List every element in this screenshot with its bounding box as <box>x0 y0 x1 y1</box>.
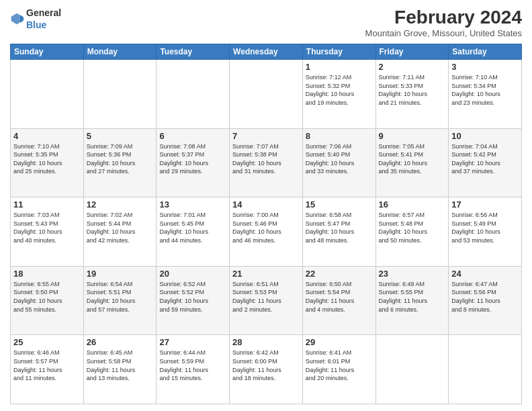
calendar-cell: 11Sunrise: 7:03 AM Sunset: 5:43 PM Dayli… <box>11 197 84 267</box>
day-number: 24 <box>451 269 519 279</box>
day-info: Sunrise: 7:06 AM Sunset: 5:40 PM Dayligh… <box>306 142 373 176</box>
day-info: Sunrise: 6:47 AM Sunset: 5:56 PM Dayligh… <box>451 280 519 314</box>
day-info: Sunrise: 7:02 AM Sunset: 5:44 PM Dayligh… <box>87 211 154 244</box>
day-number: 15 <box>306 199 373 210</box>
day-number: 4 <box>13 131 81 141</box>
day-info: Sunrise: 6:51 AM Sunset: 5:53 PM Dayligh… <box>232 280 300 314</box>
day-number: 6 <box>159 131 226 141</box>
calendar-cell: 20Sunrise: 6:52 AM Sunset: 5:52 PM Dayli… <box>157 266 230 335</box>
day-info: Sunrise: 6:42 AM Sunset: 6:00 PM Dayligh… <box>232 349 300 382</box>
svg-marker-1 <box>20 15 24 23</box>
day-info: Sunrise: 7:00 AM Sunset: 5:46 PM Dayligh… <box>232 211 300 244</box>
calendar-row-3: 18Sunrise: 6:55 AM Sunset: 5:50 PM Dayli… <box>11 266 522 335</box>
day-number: 7 <box>232 131 300 141</box>
day-info: Sunrise: 7:09 AM Sunset: 5:36 PM Dayligh… <box>87 142 154 176</box>
calendar-cell <box>157 60 230 129</box>
day-number: 25 <box>13 337 81 347</box>
calendar-cell: 15Sunrise: 6:58 AM Sunset: 5:47 PM Dayli… <box>302 197 375 267</box>
day-number: 22 <box>306 269 373 279</box>
day-number: 14 <box>232 199 300 210</box>
calendar-cell: 23Sunrise: 6:49 AM Sunset: 5:55 PM Dayli… <box>375 266 449 335</box>
calendar-cell <box>449 335 522 404</box>
day-info: Sunrise: 7:03 AM Sunset: 5:43 PM Dayligh… <box>13 211 81 244</box>
day-number: 29 <box>306 337 373 347</box>
day-info: Sunrise: 6:52 AM Sunset: 5:52 PM Dayligh… <box>159 280 226 314</box>
day-number: 3 <box>451 62 519 72</box>
calendar-cell: 7Sunrise: 7:07 AM Sunset: 5:38 PM Daylig… <box>230 128 303 197</box>
calendar-row-0: 1Sunrise: 7:12 AM Sunset: 5:32 PM Daylig… <box>11 60 522 129</box>
day-info: Sunrise: 6:56 AM Sunset: 5:49 PM Dayligh… <box>451 211 519 244</box>
day-info: Sunrise: 6:44 AM Sunset: 5:59 PM Dayligh… <box>159 349 226 382</box>
day-info: Sunrise: 6:41 AM Sunset: 6:01 PM Dayligh… <box>306 349 373 382</box>
day-info: Sunrise: 6:45 AM Sunset: 5:58 PM Dayligh… <box>87 349 154 382</box>
logo-icon <box>10 12 24 26</box>
day-info: Sunrise: 7:11 AM Sunset: 5:33 PM Dayligh… <box>379 73 446 107</box>
logo-text: General Blue <box>26 7 61 31</box>
header-area: General Blue February 2024 Mountain Grov… <box>10 7 522 38</box>
day-info: Sunrise: 7:01 AM Sunset: 5:45 PM Dayligh… <box>159 211 226 244</box>
calendar-row-1: 4Sunrise: 7:10 AM Sunset: 5:35 PM Daylig… <box>11 128 522 197</box>
day-info: Sunrise: 6:50 AM Sunset: 5:54 PM Dayligh… <box>306 280 373 314</box>
day-number: 20 <box>159 269 226 279</box>
calendar-cell <box>230 60 303 129</box>
calendar-cell: 25Sunrise: 6:46 AM Sunset: 5:57 PM Dayli… <box>11 335 84 404</box>
calendar-cell: 16Sunrise: 6:57 AM Sunset: 5:48 PM Dayli… <box>375 197 449 267</box>
day-number: 10 <box>451 131 519 141</box>
calendar-cell: 3Sunrise: 7:10 AM Sunset: 5:34 PM Daylig… <box>449 60 522 129</box>
calendar-cell: 18Sunrise: 6:55 AM Sunset: 5:50 PM Dayli… <box>11 266 84 335</box>
calendar-cell: 13Sunrise: 7:01 AM Sunset: 5:45 PM Dayli… <box>157 197 230 267</box>
day-number: 23 <box>379 269 446 279</box>
day-number: 12 <box>87 199 154 210</box>
day-number: 19 <box>87 269 154 279</box>
calendar-row-4: 25Sunrise: 6:46 AM Sunset: 5:57 PM Dayli… <box>11 335 522 404</box>
calendar-cell: 2Sunrise: 7:11 AM Sunset: 5:33 PM Daylig… <box>375 60 449 129</box>
day-info: Sunrise: 6:57 AM Sunset: 5:48 PM Dayligh… <box>379 211 446 244</box>
calendar-table: SundayMondayTuesdayWednesdayThursdayFrid… <box>10 44 522 404</box>
day-info: Sunrise: 6:54 AM Sunset: 5:51 PM Dayligh… <box>87 280 154 314</box>
day-number: 11 <box>13 199 81 210</box>
day-info: Sunrise: 7:05 AM Sunset: 5:41 PM Dayligh… <box>379 142 446 176</box>
main-title: February 2024 <box>365 7 522 28</box>
day-info: Sunrise: 6:46 AM Sunset: 5:57 PM Dayligh… <box>13 349 81 382</box>
calendar-header-row: SundayMondayTuesdayWednesdayThursdayFrid… <box>11 44 522 60</box>
day-number: 27 <box>159 337 226 347</box>
day-number: 8 <box>306 131 373 141</box>
calendar-header-thursday: Thursday <box>302 44 375 60</box>
calendar-cell: 4Sunrise: 7:10 AM Sunset: 5:35 PM Daylig… <box>11 128 84 197</box>
subtitle: Mountain Grove, Missouri, United States <box>365 28 522 38</box>
day-number: 28 <box>232 337 300 347</box>
logo: General Blue <box>10 7 61 31</box>
calendar-cell: 8Sunrise: 7:06 AM Sunset: 5:40 PM Daylig… <box>302 128 375 197</box>
calendar-cell: 24Sunrise: 6:47 AM Sunset: 5:56 PM Dayli… <box>449 266 522 335</box>
day-info: Sunrise: 7:07 AM Sunset: 5:38 PM Dayligh… <box>232 142 300 176</box>
calendar-cell <box>11 60 84 129</box>
calendar-cell: 5Sunrise: 7:09 AM Sunset: 5:36 PM Daylig… <box>83 128 157 197</box>
calendar-cell: 10Sunrise: 7:04 AM Sunset: 5:42 PM Dayli… <box>449 128 522 197</box>
day-number: 2 <box>379 62 446 72</box>
page: General Blue February 2024 Mountain Grov… <box>0 0 532 411</box>
calendar-cell: 22Sunrise: 6:50 AM Sunset: 5:54 PM Dayli… <box>302 266 375 335</box>
logo-blue: Blue <box>26 19 46 30</box>
calendar-cell: 29Sunrise: 6:41 AM Sunset: 6:01 PM Dayli… <box>302 335 375 404</box>
day-info: Sunrise: 7:04 AM Sunset: 5:42 PM Dayligh… <box>451 142 519 176</box>
day-info: Sunrise: 7:10 AM Sunset: 5:34 PM Dayligh… <box>451 73 519 107</box>
calendar-header-saturday: Saturday <box>449 44 522 60</box>
day-number: 13 <box>159 199 226 210</box>
day-number: 18 <box>13 269 81 279</box>
calendar-row-2: 11Sunrise: 7:03 AM Sunset: 5:43 PM Dayli… <box>11 197 522 267</box>
day-number: 9 <box>379 131 446 141</box>
calendar-cell: 21Sunrise: 6:51 AM Sunset: 5:53 PM Dayli… <box>230 266 303 335</box>
calendar-header-monday: Monday <box>83 44 157 60</box>
calendar-cell: 28Sunrise: 6:42 AM Sunset: 6:00 PM Dayli… <box>230 335 303 404</box>
calendar-cell: 9Sunrise: 7:05 AM Sunset: 5:41 PM Daylig… <box>375 128 449 197</box>
day-info: Sunrise: 6:49 AM Sunset: 5:55 PM Dayligh… <box>379 280 446 314</box>
calendar-cell: 27Sunrise: 6:44 AM Sunset: 5:59 PM Dayli… <box>157 335 230 404</box>
calendar-header-tuesday: Tuesday <box>157 44 230 60</box>
day-number: 5 <box>87 131 154 141</box>
calendar-cell: 26Sunrise: 6:45 AM Sunset: 5:58 PM Dayli… <box>83 335 157 404</box>
calendar-cell: 14Sunrise: 7:00 AM Sunset: 5:46 PM Dayli… <box>230 197 303 267</box>
calendar-cell: 1Sunrise: 7:12 AM Sunset: 5:32 PM Daylig… <box>302 60 375 129</box>
title-area: February 2024 Mountain Grove, Missouri, … <box>365 7 522 38</box>
day-info: Sunrise: 6:55 AM Sunset: 5:50 PM Dayligh… <box>13 280 81 314</box>
day-info: Sunrise: 7:12 AM Sunset: 5:32 PM Dayligh… <box>306 73 373 107</box>
